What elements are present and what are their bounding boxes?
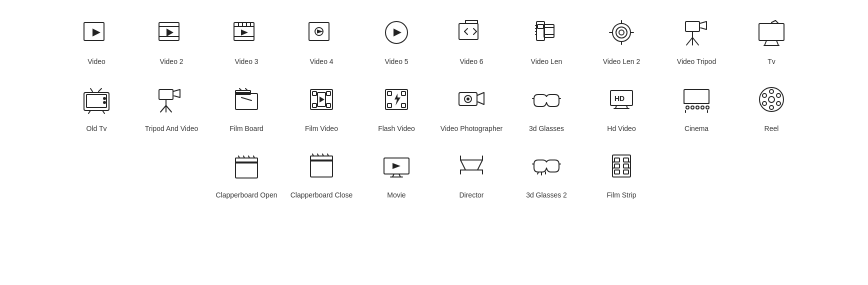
svg-rect-40 — [686, 22, 700, 32]
video-len-icon — [529, 15, 564, 50]
icon-cell-3d-glasses-2[interactable]: 3d Glasses 2 — [509, 144, 584, 206]
clapperboard-close-icon — [304, 148, 339, 184]
svg-marker-3 — [166, 28, 174, 36]
icon-cell-tripod-and-video[interactable]: Tripod And Video — [134, 77, 209, 139]
svg-line-63 — [166, 106, 172, 112]
video-label: Video — [88, 57, 106, 67]
svg-marker-76 — [320, 96, 324, 102]
svg-line-62 — [160, 106, 166, 112]
tv-label: Tv — [768, 57, 776, 67]
film-video-icon — [304, 82, 339, 117]
svg-line-23 — [474, 32, 476, 34]
video-photographer-label: Video Photographer — [440, 124, 502, 134]
icon-cell-old-tv[interactable]: Old Tv — [59, 77, 134, 139]
icon-cell-film-strip[interactable]: Film Strip — [584, 144, 659, 206]
icon-cell-video-len[interactable]: Video Len — [509, 10, 584, 72]
video-len-2-label: Video Len 2 — [603, 57, 640, 67]
svg-point-57 — [104, 98, 106, 100]
svg-marker-13 — [241, 30, 248, 36]
icon-cell-video[interactable]: Video — [59, 10, 134, 72]
svg-line-133 — [478, 160, 482, 170]
svg-point-103 — [760, 88, 784, 112]
icon-cell-video6[interactable]: Video 6 — [434, 10, 509, 72]
svg-point-96 — [686, 106, 689, 109]
3d-glasses-2-icon — [529, 148, 564, 184]
video-tripod-icon — [679, 15, 714, 50]
icon-cell-film-video[interactable]: Film Video — [284, 77, 359, 139]
svg-point-105 — [770, 90, 774, 94]
icon-grid: Video Video 2 — [0, 0, 868, 220]
icon-cell-video3[interactable]: Video 3 — [209, 10, 284, 72]
flash-video-icon — [379, 82, 414, 117]
film-strip-label: Film Strip — [606, 190, 636, 200]
svg-rect-25 — [538, 24, 544, 28]
movie-label: Movie — [387, 190, 406, 200]
video6-icon — [454, 15, 489, 50]
svg-rect-73 — [312, 104, 316, 108]
icon-cell-video5[interactable]: Video 5 — [359, 10, 434, 72]
icon-cell-reel[interactable]: Reel — [734, 77, 809, 139]
video2-icon — [154, 15, 189, 50]
icon-cell-movie[interactable]: Movie — [359, 144, 434, 206]
icon-row-2: Old Tv Tripod And Video — [20, 77, 848, 139]
svg-line-20 — [464, 28, 468, 32]
svg-point-106 — [770, 106, 774, 110]
icon-cell-video-photographer[interactable]: Video Photographer — [434, 77, 509, 139]
svg-rect-30 — [544, 24, 554, 38]
old-tv-icon — [79, 82, 114, 117]
video-tripod-label: Video Tripod — [677, 57, 716, 67]
svg-point-35 — [619, 30, 624, 35]
svg-point-58 — [104, 102, 106, 104]
svg-rect-64 — [236, 94, 258, 110]
video3-label: Video 3 — [234, 57, 258, 67]
svg-rect-59 — [159, 90, 173, 100]
icon-cell-3d-glasses[interactable]: 3d Glasses — [509, 77, 584, 139]
svg-rect-81 — [402, 104, 406, 108]
video5-icon — [379, 15, 414, 50]
icon-cell-video-tripod[interactable]: Video Tripod — [659, 10, 734, 72]
icon-cell-video4[interactable]: Video 4 — [284, 10, 359, 72]
icon-cell-video-len-2[interactable]: Video Len 2 — [584, 10, 659, 72]
icon-row-3: Clapperboard Open Clapperboard Close — [20, 144, 848, 206]
icon-cell-clapperboard-close[interactable]: Clapperboard Close — [284, 144, 359, 206]
svg-line-50 — [772, 20, 776, 22]
icon-cell-tv[interactable]: Tv — [734, 10, 809, 72]
svg-rect-74 — [326, 104, 330, 108]
svg-point-99 — [701, 106, 704, 109]
cinema-label: Cinema — [684, 124, 708, 134]
svg-marker-125 — [392, 163, 400, 169]
svg-marker-83 — [477, 92, 484, 104]
svg-point-107 — [776, 94, 780, 98]
icon-cell-clapperboard-open[interactable]: Clapperboard Open — [209, 144, 284, 206]
svg-marker-60 — [173, 90, 180, 98]
icon-cell-film-board[interactable]: Film Board — [209, 77, 284, 139]
3d-glasses-label: 3d Glasses — [529, 124, 564, 134]
icon-cell-cinema[interactable]: Cinema — [659, 77, 734, 139]
svg-line-55 — [90, 88, 92, 92]
svg-rect-72 — [326, 92, 330, 96]
svg-rect-19 — [459, 24, 478, 40]
film-strip-icon — [604, 148, 639, 184]
video4-icon — [304, 15, 339, 50]
movie-icon — [379, 148, 414, 184]
icon-cell-director[interactable]: Director — [434, 144, 509, 206]
video-photographer-icon — [454, 82, 489, 117]
icon-cell-flash-video[interactable]: Flash Video — [359, 77, 434, 139]
icon-cell-hd-video[interactable]: HD Hd Video — [584, 77, 659, 139]
tripod-and-video-label: Tripod And Video — [145, 124, 198, 134]
svg-line-47 — [776, 40, 778, 46]
svg-rect-149 — [624, 170, 628, 174]
director-icon — [454, 148, 489, 184]
film-board-icon — [229, 82, 264, 117]
video4-label: Video 4 — [310, 57, 333, 67]
svg-point-108 — [762, 94, 766, 98]
old-tv-label: Old Tv — [86, 124, 107, 134]
svg-rect-78 — [388, 92, 392, 96]
svg-line-22 — [474, 28, 476, 32]
icon-cell-video2[interactable]: Video 2 — [134, 10, 209, 72]
svg-point-33 — [612, 24, 630, 42]
svg-marker-1 — [92, 28, 100, 36]
video2-label: Video 2 — [160, 57, 183, 67]
reel-label: Reel — [764, 124, 779, 134]
svg-point-97 — [691, 106, 694, 109]
